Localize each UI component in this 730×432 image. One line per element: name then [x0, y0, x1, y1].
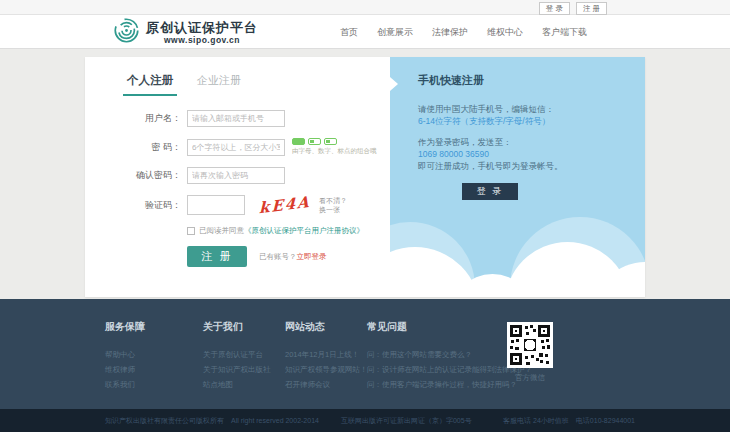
footer-link[interactable]: 维权律师 — [105, 362, 203, 377]
register-submit-button[interactable]: 注 册 — [187, 246, 247, 267]
register-tabs: 个人注册 企业注册 — [85, 57, 390, 96]
mobile-panel-body: 请使用中国大陆手机号，编辑短信： 6-14位字符（支持数字/字母/符号） 作为登… — [418, 103, 563, 172]
login-now-link[interactable]: 立即登录 — [297, 252, 327, 261]
top-auth-buttons: 登 录 注 册 — [539, 2, 607, 15]
logo-text: 原创认证保护平台 www.sipo.gov.cn — [146, 21, 258, 45]
footer-col-service: 服务保障 帮助中心 维权律师 联系我们 — [105, 320, 203, 409]
bottom-bar: 知识产权出版社有限责任公司版权所有 All right reserved 200… — [0, 409, 730, 432]
footer-col-about: 关于我们 关于原创认证平台 关于知识产权出版社 站点地图 — [203, 320, 285, 409]
top-strip: 登 录 注 册 — [0, 0, 730, 15]
password-row: 密 码： 由字母、数字、标点的组合哦 — [121, 138, 390, 156]
captcha-refresh-link[interactable]: 换一张 — [319, 205, 347, 214]
top-register-button[interactable]: 注 册 — [576, 2, 607, 15]
footer-link[interactable]: 召开律师会议 — [285, 377, 367, 392]
cloud-base — [390, 287, 645, 297]
tab-company-register[interactable]: 企业注册 — [197, 73, 241, 88]
footer-link[interactable]: 2014年12月1日上线！ — [285, 347, 367, 362]
wechat-qr-block: 官方微信 — [505, 322, 555, 383]
mobile-instruction-2: 6-14位字符（支持数字/字母/符号） — [418, 115, 563, 127]
captcha-label: 验证码： — [121, 199, 187, 212]
nav-legal-protection[interactable]: 法律保护 — [432, 26, 468, 39]
nav-client-download[interactable]: 客户端下载 — [542, 26, 587, 39]
top-login-button[interactable]: 登 录 — [539, 2, 570, 15]
nav-home[interactable]: 首页 — [340, 26, 358, 39]
site-url: www.sipo.gov.cn — [146, 35, 258, 45]
footer-link[interactable]: 联系我们 — [105, 377, 203, 392]
strength-bars — [292, 138, 377, 145]
captcha-input[interactable] — [187, 195, 245, 215]
captcha-image[interactable]: kE4A — [259, 196, 311, 214]
footer-link[interactable]: 关于知识产权出版社 — [203, 362, 285, 377]
nav-creative-show[interactable]: 创意展示 — [377, 26, 413, 39]
header: 原创认证保护平台 www.sipo.gov.cn 首页 创意展示 法律保护 维权… — [0, 15, 730, 48]
footer-link[interactable]: 站点地图 — [203, 377, 285, 392]
agreement-row: 已阅读并同意 《原创认证保护平台用户注册协议》 — [187, 226, 390, 236]
copyright-text: 知识产权出版社有限责任公司版权所有 All right reserved 200… — [105, 416, 319, 426]
captcha-refresh: 看不清？ 换一张 — [319, 196, 347, 214]
page: 登 录 注 册 原创认证保护平台 www.sipo.gov.cn — [0, 0, 730, 432]
captcha-text: kE4A — [259, 193, 311, 217]
footer-col-title: 服务保障 — [105, 320, 203, 334]
footer-link[interactable]: 问：设计师在网站上的认证记录能得到法律保护？ — [367, 362, 517, 377]
footer-link[interactable]: 帮助中心 — [105, 347, 203, 362]
nav-rights-center[interactable]: 维权中心 — [487, 26, 523, 39]
agreement-link[interactable]: 《原创认证保护平台用户注册协议》 — [244, 226, 364, 236]
login-hint-prefix: 已有账号？ — [259, 252, 297, 261]
username-input[interactable] — [187, 110, 285, 127]
footer-col-title: 关于我们 — [203, 320, 285, 334]
username-row: 用户名： — [121, 110, 390, 127]
site-logo[interactable]: 原创认证保护平台 www.sipo.gov.cn — [113, 17, 258, 48]
footer-link[interactable]: 问：使用这个网站需要交费么？ — [367, 347, 517, 362]
submit-row: 注 册 已有账号？立即登录 — [187, 246, 390, 267]
register-form: 用户名： 密 码： 由字母、数字、标点的组合哦 — [85, 96, 390, 267]
footer: 服务保障 帮助中心 维权律师 联系我们 关于我们 关于原创认证平台 关于知识产权… — [0, 299, 730, 409]
fingerprint-icon — [113, 17, 140, 48]
footer-col-news: 网站动态 2014年12月1日上线！ 知识产权领导参观网站！ 召开律师会议 — [285, 320, 367, 409]
captcha-row: 验证码： kE4A 看不清？ 换一张 — [121, 195, 390, 215]
panel-notch — [390, 77, 398, 91]
footer-col-title: 网站动态 — [285, 320, 367, 334]
sms-number: 1069 80000 36590 — [418, 148, 563, 160]
confirm-password-input[interactable] — [187, 167, 285, 184]
confirm-password-row: 确认密码： — [121, 167, 390, 184]
footer-col-title: 常见问题 — [367, 320, 517, 334]
strength-bar — [308, 138, 321, 145]
footer-link[interactable]: 知识产权领导参观网站！ — [285, 362, 367, 377]
captcha-refresh-question: 看不清？ — [319, 196, 347, 205]
strength-bar — [292, 138, 305, 145]
agreement-prefix: 已阅读并同意 — [199, 226, 244, 236]
password-label: 密 码： — [121, 141, 187, 154]
mobile-instruction-3: 作为登录密码，发送至： — [418, 136, 563, 148]
agreement-checkbox[interactable] — [187, 227, 195, 235]
service-phone-text: 客服电话 24小时值班 电话010-82944001 — [503, 416, 635, 426]
footer-link[interactable]: 问：使用客户端记录操作过程，快捷好用吗？ — [367, 377, 517, 392]
mobile-instruction-4: 即可注册成功，手机号即为登录帐号。 — [418, 160, 563, 172]
confirm-password-label: 确认密码： — [121, 169, 187, 182]
site-title: 原创认证保护平台 — [146, 21, 258, 35]
qr-caption: 官方微信 — [505, 373, 555, 383]
tab-personal-register[interactable]: 个人注册 — [123, 73, 177, 96]
password-strength-meter: 由字母、数字、标点的组合哦 — [292, 138, 377, 156]
password-hint: 由字母、数字、标点的组合哦 — [292, 147, 377, 156]
mobile-instruction-1: 请使用中国大陆手机号，编辑短信： — [418, 103, 563, 115]
username-label: 用户名： — [121, 112, 187, 125]
mobile-panel-title: 手机快速注册 — [418, 73, 484, 88]
register-form-pane: 个人注册 企业注册 用户名： 密 码： — [85, 57, 390, 297]
footer-col-faq: 常见问题 问：使用这个网站需要交费么？ 问：设计师在网站上的认证记录能得到法律保… — [367, 320, 517, 409]
strength-bar — [324, 138, 337, 145]
register-card: 个人注册 企业注册 用户名： 密 码： — [85, 57, 645, 297]
login-hint: 已有账号？立即登录 — [259, 252, 327, 262]
mobile-register-panel: 手机快速注册 请使用中国大陆手机号，编辑短信： 6-14位字符（支持数字/字母/… — [390, 57, 645, 297]
password-input[interactable] — [187, 139, 285, 156]
license-text: 互联网出版许可证新出网证（京）字005号 — [341, 416, 472, 426]
mobile-login-button[interactable]: 登 录 — [462, 183, 518, 200]
main-nav: 首页 创意展示 法律保护 维权中心 客户端下载 — [340, 26, 587, 39]
footer-link[interactable]: 关于原创认证平台 — [203, 347, 285, 362]
qr-code-image — [507, 322, 553, 368]
main-area: 个人注册 企业注册 用户名： 密 码： — [0, 48, 730, 299]
